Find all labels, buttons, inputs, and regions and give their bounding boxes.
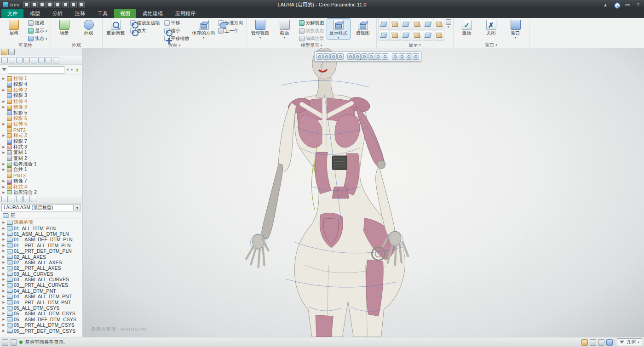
- layer-tree-item[interactable]: ▶ 01_ALL_DTM_PLN: [1, 225, 82, 231]
- figure-left-arm[interactable]: [246, 103, 296, 267]
- model-tree-item[interactable]: ▶ 拉伸 5: [1, 121, 82, 127]
- model-tree-item[interactable]: ▶ 拉伸 1: [1, 76, 82, 81]
- expand-arrow-icon[interactable]: ▶: [2, 323, 6, 327]
- datum-toggle-icon[interactable]: [423, 19, 433, 29]
- group-label-window[interactable]: 窗口 ▾: [455, 42, 527, 48]
- model-tree-item[interactable]: ▶ 边界混合 2: [1, 190, 82, 194]
- full-screen-icon[interactable]: [606, 339, 613, 346]
- viewport-tool-icon[interactable]: [375, 53, 381, 60]
- layer-tree-item[interactable]: ▶ 05_ALL_DTM_CSYS: [1, 305, 82, 311]
- search-icon[interactable]: [613, 1, 620, 8]
- model-tree-item[interactable]: ▶ 镜像 7: [1, 178, 82, 184]
- expand-arrow-icon[interactable]: ▶: [2, 88, 6, 92]
- group-label-orientation[interactable]: 方向 ▾: [104, 42, 245, 48]
- expand-arrow-icon[interactable]: ▶: [2, 272, 6, 276]
- expand-arrow-icon[interactable]: ▶: [2, 249, 6, 253]
- tree-toolbar-icon[interactable]: [23, 57, 30, 63]
- tree-toolbar-icon[interactable]: [53, 57, 59, 63]
- zoom-in-button[interactable]: 放大: [129, 27, 161, 34]
- ribbon-tab[interactable]: 工具: [92, 9, 114, 18]
- expand-arrow-icon[interactable]: ▶: [2, 238, 6, 241]
- tree-filter-input[interactable]: [8, 66, 64, 74]
- app-logo[interactable]: creo: [3, 2, 19, 7]
- quick-access-icon[interactable]: [39, 1, 46, 8]
- datum-toggle-icon[interactable]: [434, 30, 444, 40]
- model-tree-item[interactable]: ▶ 样式 2: [1, 133, 82, 138]
- tree-toolbar-icon[interactable]: [46, 57, 52, 63]
- model-tree-item[interactable]: 投影 5: [1, 110, 82, 115]
- viewport-tool-icon[interactable]: [399, 53, 405, 60]
- datum-toggle-icon[interactable]: [401, 19, 411, 29]
- group-label-model-display[interactable]: 模型显示 ▾: [249, 42, 374, 48]
- tree-toolbar-icon[interactable]: [1, 57, 8, 63]
- layer-tree-item[interactable]: ▶ 01__ASM_DEF_DTM_PLN: [1, 237, 82, 242]
- expand-arrow-icon[interactable]: ▶: [2, 151, 6, 154]
- layer-tree-item[interactable]: ▶ 03__PRT_ALL_CURVES: [1, 282, 82, 288]
- previous-view-button[interactable]: 上一个: [217, 27, 245, 34]
- layer-tree-item[interactable]: ▶ 03__ASM_ALL_CURVES: [1, 277, 82, 282]
- layer-tree-item[interactable]: ▶ 02_ALL_AXES: [1, 254, 82, 259]
- viewport-tool-icon[interactable]: [323, 53, 330, 60]
- appearances-button[interactable]: 外观: [77, 19, 100, 35]
- edit-position-button[interactable]: 编辑位置: [298, 35, 326, 42]
- edit-display-icon[interactable]: [446, 19, 451, 25]
- chevron-down-icon[interactable]: ▾: [446, 25, 451, 28]
- window-layout-icon[interactable]: [598, 339, 604, 346]
- ribbon-tab[interactable]: 文件: [1, 9, 23, 18]
- folder-browser-tab-icon[interactable]: [8, 49, 15, 55]
- layer-toolbar-icon[interactable]: [16, 196, 23, 202]
- layer-tree-item[interactable]: ▶ 05__ASM_ALL_DTM_CSYS: [1, 311, 82, 316]
- model-tree-item[interactable]: 投影 7: [1, 138, 82, 144]
- tree-toolbar-icon[interactable]: [9, 57, 15, 63]
- standard-orientation-button[interactable]: 标准方向: [217, 19, 245, 27]
- expand-arrow-icon[interactable]: ▶: [2, 232, 6, 236]
- expand-arrow-icon[interactable]: ▶: [2, 295, 6, 298]
- expand-arrow-icon[interactable]: ▶: [2, 318, 6, 321]
- model-tree-item[interactable]: 投影 3: [1, 93, 82, 98]
- expand-arrow-icon[interactable]: ▶: [2, 122, 6, 126]
- viewport-tool-icon[interactable]: [413, 53, 419, 60]
- perspective-button[interactable]: 透视图: [351, 19, 374, 35]
- datum-toggle-icon[interactable]: [434, 19, 444, 29]
- model-tree-item[interactable]: PNT2: [1, 127, 82, 133]
- expand-arrow-icon[interactable]: ▶: [2, 221, 6, 224]
- datum-toggle-icon[interactable]: [379, 19, 389, 29]
- refit-button[interactable]: 重新调整: [104, 19, 127, 35]
- viewport-tool-icon[interactable]: [337, 53, 344, 60]
- zoom-out-button[interactable]: 缩小: [163, 27, 191, 34]
- windows-button[interactable]: 窗口 ▾: [504, 19, 527, 39]
- object-list-icon[interactable]: [590, 339, 596, 346]
- ribbon-tab[interactable]: 分析: [46, 9, 69, 18]
- ribbon-tab[interactable]: 注释: [69, 9, 91, 18]
- layer-tree-item[interactable]: ▶ 02__ASM_ALL_AXES: [1, 260, 82, 265]
- quick-access-icon[interactable]: [62, 1, 69, 8]
- model-tree-item[interactable]: PNT3: [1, 173, 82, 178]
- select-list-icon[interactable]: [11, 339, 17, 346]
- layer-toolbar-icon[interactable]: [23, 196, 30, 202]
- quick-access-icon[interactable]: [70, 1, 77, 8]
- quick-access-icon[interactable]: [23, 1, 30, 8]
- expand-arrow-icon[interactable]: ▶: [2, 301, 6, 304]
- layer-tree-item[interactable]: ▶ 05__ASM_DEF_DTM_CSYS: [1, 317, 82, 322]
- layer-root-row[interactable]: 层: [0, 212, 82, 219]
- activate-window-button[interactable]: ✓ 激活: [455, 19, 478, 35]
- layer-tree-item[interactable]: ▶ 04_ALL_DTM_PNT: [1, 288, 82, 294]
- message-log-icon[interactable]: [2, 339, 8, 346]
- model-tree-item[interactable]: 投影 4: [1, 81, 82, 87]
- ribbon-tab[interactable]: 应用程序: [169, 9, 201, 18]
- status-button[interactable]: 状态 ▾: [27, 35, 49, 42]
- window-style-icon[interactable]: ▭: [624, 1, 631, 8]
- layer-tree-item[interactable]: ▶ 01__PRT_DEF_DTM_PLN: [1, 248, 82, 254]
- ribbon-tab[interactable]: 视图: [114, 9, 136, 18]
- quick-access-icon[interactable]: [46, 1, 53, 8]
- expand-arrow-icon[interactable]: ▶: [2, 329, 6, 333]
- viewport-tool-icon[interactable]: [354, 53, 361, 60]
- viewport-tool-icon[interactable]: [392, 53, 398, 60]
- add-filter-icon[interactable]: ＋: [74, 66, 80, 74]
- model-tree-item[interactable]: ▶ 镜像 3: [1, 104, 82, 110]
- datum-toggle-icon[interactable]: [390, 30, 400, 40]
- viewport-tool-icon[interactable]: [347, 53, 354, 60]
- layer-tree-item[interactable]: ▶ 05__PRT_DEF_DTM_CSYS: [1, 328, 82, 333]
- datum-toggle-icon[interactable]: [379, 30, 389, 40]
- expand-arrow-icon[interactable]: ▶: [2, 77, 6, 80]
